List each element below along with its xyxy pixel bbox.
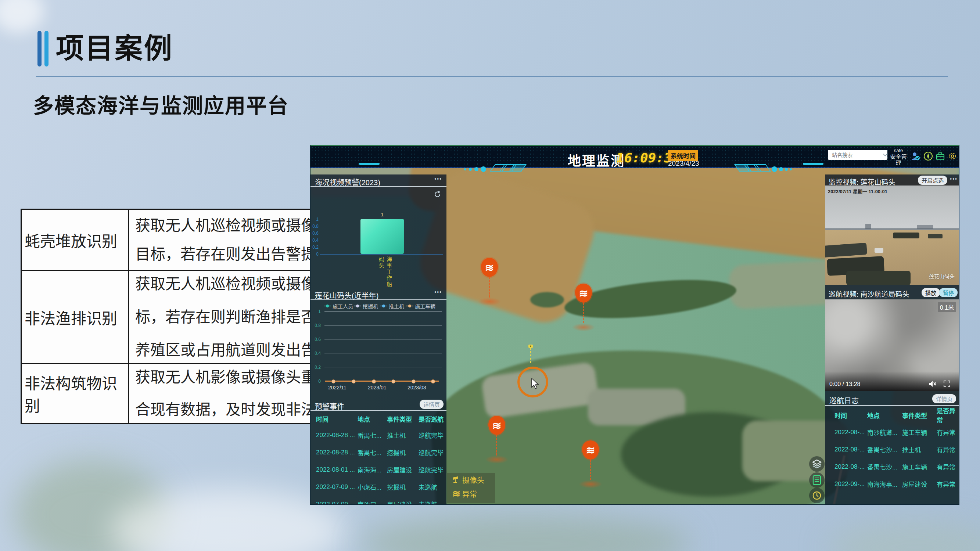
data-point: [391, 380, 395, 384]
panel-header: 巡航日志 详情页: [825, 392, 959, 406]
data-line: [325, 381, 439, 382]
table-row[interactable]: 2022-08-28 ...番禺七...推土机巡航完毕: [310, 427, 447, 444]
panel-title: 海况视频预警(2023): [315, 177, 380, 187]
header-accent-bar: [803, 163, 824, 165]
detail-page-button[interactable]: 详情页: [932, 394, 956, 403]
user-check-icon: [910, 151, 920, 161]
panel-title: 莲花山码头(近半年): [315, 290, 379, 300]
log-table-header: 时间地点事件类型是否异常: [825, 406, 959, 424]
panel-header: 巡航视频: 南沙航道局码头 播放 暂停: [825, 286, 959, 299]
header-chevrons: [492, 164, 536, 173]
clock-icon: [812, 491, 822, 500]
section-title: 项目案例: [56, 26, 173, 66]
map-island: [530, 292, 564, 308]
toolbox-button[interactable]: [935, 151, 945, 161]
table-row-label: 蚝壳堆放识别: [22, 210, 129, 271]
data-point: [331, 380, 336, 384]
fullscreen-icon[interactable]: [943, 381, 950, 387]
legend-item[interactable]: 推土机: [380, 302, 404, 310]
pick-on-button[interactable]: 开启点选: [918, 176, 947, 185]
panel-title: 巡航视频: 南沙航道局码头: [829, 289, 910, 299]
abnormal-marker[interactable]: ≋: [481, 258, 498, 306]
data-point: [352, 380, 356, 384]
waves-icon: ≋: [582, 440, 599, 459]
abnormal-marker[interactable]: ≋: [488, 416, 505, 464]
system-date: 2023/4/23: [668, 159, 699, 167]
bar-category-label: 海事工作船码头: [377, 256, 393, 287]
user-button[interactable]: [910, 151, 920, 161]
table-row-label: 非法构筑物识别: [22, 364, 129, 423]
boat: [846, 271, 910, 285]
report-button[interactable]: [809, 472, 824, 488]
bar[interactable]: [361, 219, 404, 254]
legend-item-abnormal: ≋ 异常: [447, 487, 495, 501]
trend-panel: 莲花山码头(近半年) ••• 施工人员 挖掘机 推土机 施工车辆 1 0.8 0…: [310, 287, 447, 399]
video-timestamp: 2022/07/11 星期一 11:00:01: [828, 188, 888, 195]
video-watermark: 莲花山码头: [929, 272, 955, 279]
station-search-box: [828, 150, 888, 160]
bg-blob: [0, 0, 44, 33]
bar-chart: 1 0.8 0.6 0.4 0.2 0 1 海事工作船码头: [310, 187, 447, 287]
page-title: 多模态海洋与监测应用平台: [33, 89, 289, 119]
waves-icon: ≋: [575, 284, 592, 303]
layers-button[interactable]: [809, 456, 824, 472]
bg-blob: [827, 522, 980, 551]
geo-monitor-dashboard: ≋ ≋ ≋ ≋: [310, 145, 959, 504]
table-row[interactable]: 2022-07-09 ...小虎石...挖掘机未巡航: [310, 478, 447, 495]
search-input[interactable]: [831, 152, 878, 158]
list-icon: [813, 475, 821, 485]
detail-page-button[interactable]: 详情页: [420, 400, 444, 409]
title-accent-bar-dark: [38, 31, 41, 67]
data-point: [372, 380, 376, 384]
cursor-icon: [531, 378, 541, 391]
scale-label: 0.1米: [938, 302, 956, 312]
layers-icon: [812, 459, 822, 469]
play-button[interactable]: 播放: [921, 288, 940, 297]
mute-icon[interactable]: [928, 380, 936, 387]
compass-button[interactable]: [923, 151, 933, 161]
more-menu-icon[interactable]: •••: [434, 289, 442, 295]
table-row[interactable]: 2022-08-01 ...南海海...房屋建设巡航完毕: [310, 461, 447, 478]
bg-blob: [360, 514, 691, 551]
waves-icon: ≋: [488, 416, 505, 435]
legend-item[interactable]: 挖掘机: [354, 302, 378, 310]
refresh-icon[interactable]: [434, 191, 441, 198]
cruise-video-panel: 巡航视频: 南沙航道局码头 播放 暂停 0.1米 0:00 / 13:28: [825, 286, 959, 392]
map-legend: 摄像头 ≋ 异常: [447, 473, 495, 503]
header-dots: [772, 167, 794, 172]
table-row[interactable]: 2022-08-...番禺七沙...施工车辆有异常: [825, 458, 959, 475]
events-table-header: 时间地点事件类型是否巡航: [310, 411, 447, 427]
line-chart: 施工人员 挖掘机 推土机 施工车辆 1 0.8 0.6 0.4 0.2 0: [310, 300, 447, 399]
abnormal-marker[interactable]: ≋: [575, 284, 592, 331]
legend-item[interactable]: 施工车辆: [406, 302, 436, 310]
table-row[interactable]: 2022-08-...南沙航道...施工车辆有异常: [825, 424, 959, 441]
panel-header: 莲花山码头(近半年) •••: [310, 287, 447, 300]
header-accent-bar: [359, 163, 380, 165]
briefcase-icon: [935, 151, 945, 161]
waves-icon: ≋: [481, 258, 498, 277]
table-row[interactable]: 2022-07-09南沙口房屋建设未巡航: [310, 495, 447, 504]
panel-title: 监控视频: 莲花山码头: [829, 177, 896, 187]
more-menu-icon[interactable]: •••: [434, 176, 442, 182]
panel-header: 海况视频预警(2023) •••: [310, 175, 447, 187]
more-menu-icon[interactable]: •••: [950, 176, 958, 182]
gear-icon: [948, 151, 957, 161]
history-button[interactable]: [809, 488, 824, 503]
settings-button[interactable]: [948, 151, 957, 161]
table-row[interactable]: 2022-08-28 ...番禺七...挖掘机巡航完毕: [310, 444, 447, 461]
table-row[interactable]: 2022-09-...南海海事...房屋建设有异常: [825, 475, 959, 492]
presentation-slide: 项目案例 多模态海洋与监测应用平台 蚝壳堆放识别 获取无人机巡检视频或摄像头重目…: [0, 0, 980, 551]
panel-title: 巡航日志: [829, 395, 859, 405]
boat: [928, 234, 942, 238]
events-panel: 预警事件 详情页 时间地点事件类型是否巡航 2022-08-28 ...番禺七.…: [310, 399, 447, 504]
monitor-video[interactable]: 2022/07/11 星期一 11:00:01 莲花山码头: [825, 186, 959, 285]
camera-marker[interactable]: [528, 345, 533, 363]
abnormal-marker[interactable]: ≋: [582, 440, 599, 488]
legend-item[interactable]: 施工人员: [324, 302, 353, 310]
cruise-video[interactable]: 0.1米 0:00 / 13:28: [825, 299, 959, 391]
video-time: 0:00 / 13:28: [829, 381, 861, 387]
header-dots: [464, 167, 486, 172]
table-row[interactable]: 2022-08-...番禺七沙...推土机有异常: [825, 441, 959, 458]
pause-button[interactable]: 暂停: [939, 288, 958, 297]
chevron-down-icon[interactable]: [883, 154, 888, 157]
